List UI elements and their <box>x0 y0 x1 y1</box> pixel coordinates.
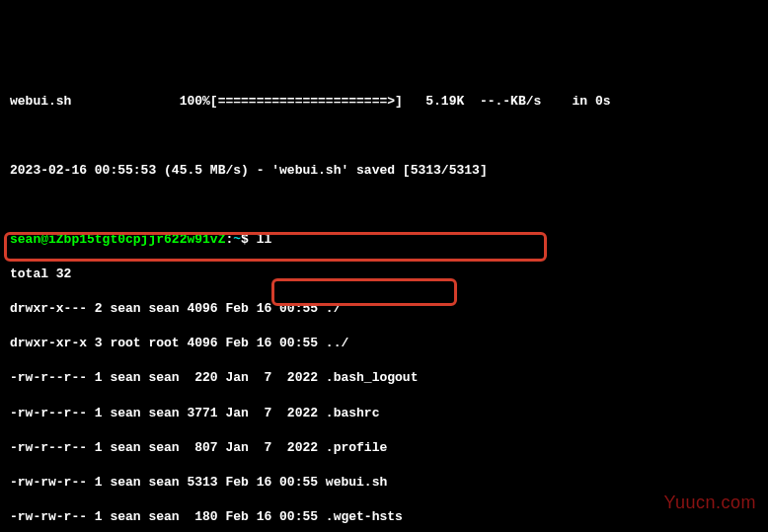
blank <box>10 196 758 214</box>
prompt-path: ~ <box>233 232 241 247</box>
ls-row: -rw-r--r-- 1 sean sean 220 Jan 7 2022 .b… <box>10 369 758 387</box>
prompt-ll[interactable]: sean@iZbp15tgt0cpjjr622w91vZ:~$ ll <box>10 231 758 249</box>
blank <box>10 127 758 145</box>
ls-row: drwxr-xr-x 3 root root 4096 Feb 16 00:55… <box>10 335 758 352</box>
cmd-ll: ll <box>249 232 271 247</box>
prompt-user: sean@iZbp15tgt0cpjjr622w91vZ <box>10 232 225 247</box>
terminal-output: webui.sh 100%[======================>] 5… <box>10 75 758 532</box>
ls-row-webui: -rw-rw-r-- 1 sean sean 5313 Feb 16 00:55… <box>10 474 758 492</box>
ls-row: -rw-r--r-- 1 sean sean 807 Jan 7 2022 .p… <box>10 439 758 457</box>
ls-row: drwxr-x--- 2 sean sean 4096 Feb 16 00:55… <box>10 300 758 318</box>
wget-progress: webui.sh 100%[======================>] 5… <box>10 93 758 111</box>
ls-row: -rw-r--r-- 1 sean sean 3771 Jan 7 2022 .… <box>10 405 758 422</box>
wget-saved: 2023-02-16 00:55:53 (45.5 MB/s) - 'webui… <box>10 162 758 180</box>
ls-row: -rw-rw-r-- 1 sean sean 180 Feb 16 00:55 … <box>10 508 758 526</box>
ls-total: total 32 <box>10 266 758 283</box>
